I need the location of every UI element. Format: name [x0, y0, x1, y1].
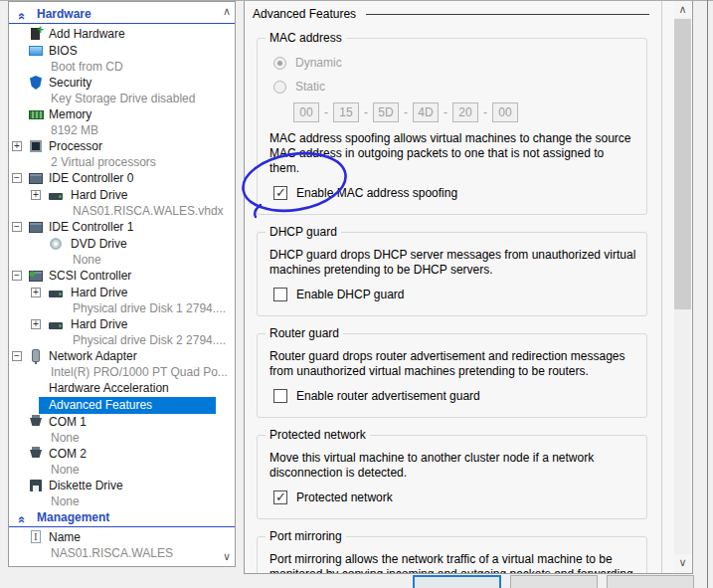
name-icon: I	[29, 530, 44, 544]
mac-octet-2[interactable]: 15	[333, 102, 359, 122]
collapse-chevrons-icon[interactable]: »	[15, 511, 27, 523]
sidebar-item-com-2[interactable]: COM 2	[9, 446, 235, 463]
protected-network-checkbox[interactable]	[273, 490, 287, 504]
sidebar-item-hard-drive[interactable]: +Hard Drive	[9, 316, 235, 333]
sidebar-item-label: Hard Drive	[71, 286, 127, 299]
router-guard-checkbox[interactable]	[273, 389, 287, 403]
mac-spoofing-option[interactable]: Enable MAC address spoofing	[273, 185, 636, 201]
sidebar-item-label: Security	[49, 76, 91, 90]
protected-network-description: Move this virtual machine to another clu…	[269, 451, 636, 481]
network-adapter-icon	[29, 349, 44, 363]
processor-icon	[29, 139, 44, 153]
scrollbar-down-icon[interactable]: ∨	[674, 554, 691, 571]
sidebar-item-label: IDE Controller 0	[49, 171, 133, 185]
router-guard-option[interactable]: Enable router advertisement guard	[273, 388, 636, 404]
sidebar-item-ide-controller-1[interactable]: −IDE Controller 1	[9, 219, 235, 236]
mac-octet-6[interactable]: 00	[492, 102, 518, 122]
port-mirroring-group-label: Port mirroring	[266, 529, 346, 543]
sidebar-item-name[interactable]: IName	[9, 529, 235, 546]
sidebar-item-label: SCSI Controller	[49, 269, 131, 283]
mac-octet-5[interactable]: 20	[452, 102, 478, 122]
protected-network-option[interactable]: Protected network	[273, 490, 636, 505]
diskette-icon	[29, 479, 44, 492]
mac-static-option[interactable]: Static	[273, 79, 636, 95]
memory-icon	[29, 107, 44, 121]
mac-address-group-label: MAC address	[266, 31, 346, 45]
mac-octet-1[interactable]: 00	[293, 102, 319, 122]
mac-separator: -	[324, 105, 328, 119]
add-hardware-icon: +	[29, 27, 44, 41]
sidebar-item-processor[interactable]: +Processor	[9, 138, 235, 155]
hard-drive-icon	[49, 286, 64, 299]
mac-spoofing-checkbox[interactable]	[273, 186, 287, 200]
collapse-chevrons-icon[interactable]: »	[15, 8, 27, 20]
collapse-minus-icon[interactable]: −	[12, 271, 22, 281]
sidebar-item-ide-controller-0[interactable]: −IDE Controller 0	[9, 170, 235, 187]
settings-panel: Advanced Features MAC address Dynamic St…	[244, 1, 693, 574]
sidebar-item-com-1[interactable]: COM 1	[9, 414, 235, 431]
hardware-tree-panel: »Hardware+Add HardwareBIOSBoot from CDSe…	[8, 1, 236, 567]
window-right-border	[707, 0, 708, 588]
sidebar-item-dvd-drive[interactable]: DVD Drive	[9, 236, 235, 253]
dhcp-guard-group: DHCP guard DHCP guard drops DHCP server …	[257, 232, 647, 316]
sidebar-item-hardware-acceleration[interactable]: Hardware Acceleration	[9, 380, 235, 397]
dhcp-guard-group-label: DHCP guard	[266, 225, 341, 239]
cancel-button[interactable]	[510, 575, 598, 588]
static-radio[interactable]	[273, 81, 286, 94]
tree-header-hardware[interactable]: »Hardware	[9, 6, 235, 24]
sidebar-item-diskette-drive[interactable]: Diskette Drive	[9, 478, 235, 494]
sidebar-item-label: IDE Controller 1	[49, 220, 133, 234]
port-mirroring-description: Port mirroring allows the network traffi…	[269, 552, 636, 573]
dynamic-radio[interactable]	[273, 57, 286, 70]
mac-octet-4[interactable]: 4D	[413, 102, 439, 122]
ok-button[interactable]	[413, 575, 501, 588]
dhcp-guard-checkbox-label: Enable DHCP guard	[296, 288, 405, 301]
port-mirroring-group: Port mirroring Port mirroring allows the…	[257, 536, 647, 573]
dhcp-guard-checkbox[interactable]	[273, 288, 287, 301]
sidebar-item-label: COM 1	[49, 415, 87, 429]
dvd-icon	[49, 237, 64, 251]
sidebar-item-label: Hardware Acceleration	[49, 381, 169, 395]
bios-icon	[29, 44, 44, 58]
apply-button[interactable]	[607, 575, 694, 588]
router-guard-group-label: Router guard	[266, 326, 343, 340]
controller-icon	[29, 171, 44, 185]
mac-dynamic-option[interactable]: Dynamic	[273, 55, 636, 71]
dhcp-guard-description: DHCP guard drops DHCP server messages fr…	[269, 248, 636, 278]
sidebar-scroll-down-icon[interactable]: ∨	[223, 551, 231, 562]
sidebar-item-label: Hard Drive	[71, 317, 127, 331]
expand-plus-icon[interactable]: +	[31, 288, 41, 297]
collapse-minus-icon[interactable]: −	[12, 173, 22, 183]
expand-plus-icon[interactable]: +	[31, 319, 41, 329]
sidebar-item-hard-drive[interactable]: +Hard Drive	[9, 187, 235, 204]
sidebar-item-memory[interactable]: Memory	[9, 106, 235, 123]
sidebar-item-advanced-features[interactable]: Advanced Features	[9, 397, 235, 414]
sidebar-item-network-adapter[interactable]: −Network Adapter	[9, 348, 235, 365]
sidebar-item-scsi-controller[interactable]: −SCSI Controller	[9, 268, 235, 285]
sidebar-item-add-hardware[interactable]: +Add Hardware	[9, 26, 235, 43]
collapse-minus-icon[interactable]: −	[12, 351, 22, 361]
sidebar-item-bios[interactable]: BIOS	[9, 43, 235, 60]
panel-scrollbar[interactable]: ∧ ∨	[674, 1, 691, 572]
expand-plus-icon[interactable]: +	[12, 141, 22, 151]
scrollbar-up-icon[interactable]: ∧	[674, 1, 691, 18]
sidebar-item-subtext: Physical drive Disk 1 2794....	[9, 301, 235, 316]
sidebar-item-subtext: None	[9, 463, 235, 478]
mac-octet-3[interactable]: 5D	[373, 102, 399, 122]
tree-header-management[interactable]: »Management	[9, 509, 235, 527]
dhcp-guard-option[interactable]: Enable DHCP guard	[273, 287, 636, 302]
protected-network-group-label: Protected network	[266, 428, 370, 442]
sidebar-item-security[interactable]: Security	[9, 75, 235, 92]
expand-plus-icon[interactable]: +	[31, 190, 41, 200]
tree-header-label: Management	[37, 510, 109, 524]
mac-spoofing-description: MAC address spoofing allows virtual mach…	[269, 131, 636, 176]
sidebar-scroll-up-icon[interactable]: ∧	[223, 6, 231, 17]
sidebar-item-hard-drive[interactable]: +Hard Drive	[9, 285, 235, 301]
mac-address-group: MAC address Dynamic Static 00 - 15 - 5D …	[257, 38, 647, 215]
static-radio-label: Static	[295, 80, 325, 94]
collapse-minus-icon[interactable]: −	[12, 222, 22, 232]
sidebar-item-label: Network Adapter	[49, 349, 137, 363]
scrollbar-thumb[interactable]	[674, 19, 691, 309]
mac-separator: -	[444, 105, 447, 119]
sidebar-item-subtext: None	[9, 253, 235, 268]
